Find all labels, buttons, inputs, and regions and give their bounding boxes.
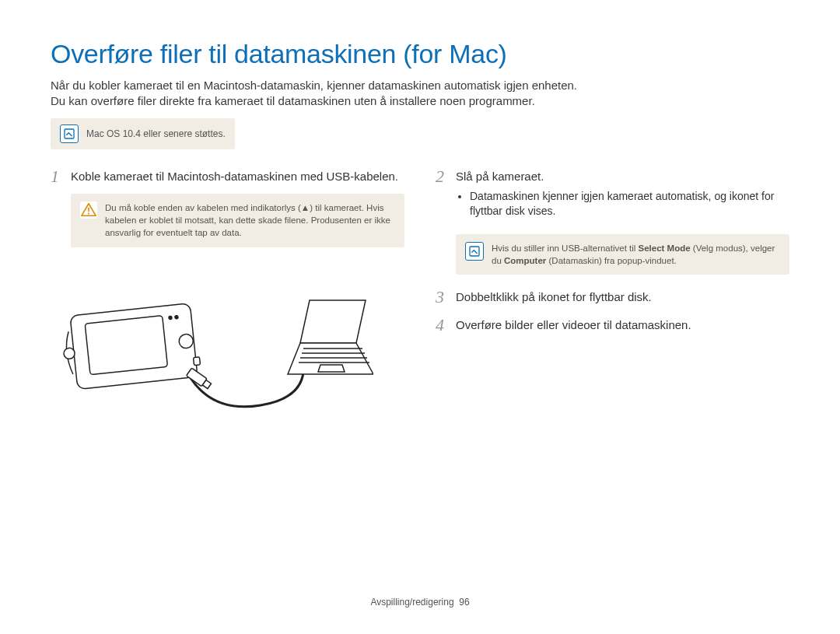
svg-point-8 bbox=[175, 315, 178, 318]
svg-rect-4 bbox=[85, 315, 167, 374]
right-column: 2 Slå på kameraet. Datamaskinen kjenner … bbox=[436, 166, 789, 425]
footer-page-number: 96 bbox=[459, 597, 469, 608]
intro-line-2: Du kan overføre filer direkte fra kamera… bbox=[51, 94, 789, 107]
svg-point-2 bbox=[88, 213, 89, 215]
info-bold-computer: Computer bbox=[504, 256, 546, 265]
step-2-bullet: Datamaskinen kjenner igjen kameraet auto… bbox=[470, 189, 789, 219]
page-footer: Avspilling/redigering 96 bbox=[0, 597, 840, 608]
intro-line-1: Når du kobler kameraet til en Macintosh-… bbox=[51, 79, 789, 92]
page-title: Overføre filer til datamaskinen (for Mac… bbox=[51, 39, 789, 69]
note-icon bbox=[465, 242, 484, 261]
usb-connection-illustration bbox=[54, 269, 404, 425]
footer-section: Avspilling/redigering bbox=[370, 597, 453, 608]
note-icon bbox=[60, 124, 79, 143]
step-number: 1 bbox=[51, 166, 71, 186]
svg-point-7 bbox=[169, 316, 172, 319]
usb-mode-info-box: Hvis du stiller inn USB-alternativet til… bbox=[456, 234, 789, 275]
svg-point-6 bbox=[63, 347, 75, 359]
left-column: 1 Koble kameraet til Macintosh-datamaski… bbox=[51, 166, 404, 425]
usb-mode-info-text: Hvis du stiller inn USB-alternativet til… bbox=[492, 242, 780, 267]
step-4: 4 Overføre bilder eller videoer til data… bbox=[436, 315, 789, 335]
info-post: (Datamaskin) fra popup-vinduet. bbox=[546, 256, 676, 265]
warning-box: Du må koble enden av kabelen med indikat… bbox=[71, 194, 404, 247]
step-3-text: Dobbeltklikk på ikonet for flyttbar disk… bbox=[456, 287, 789, 306]
step-number: 4 bbox=[436, 315, 456, 335]
warning-icon bbox=[80, 201, 97, 219]
step-number: 2 bbox=[436, 166, 456, 226]
step-3: 3 Dobbeltklikk på ikonet for flyttbar di… bbox=[436, 287, 789, 306]
step-1: 1 Koble kameraet til Macintosh-datamaski… bbox=[51, 166, 404, 186]
step-1-text: Koble kameraet til Macintosh-datamaskine… bbox=[71, 166, 404, 186]
step-2-text: Slå på kameraet. bbox=[456, 170, 544, 183]
info-pre: Hvis du stiller inn USB-alternativet til bbox=[492, 243, 639, 253]
svg-rect-9 bbox=[193, 356, 200, 365]
step-number: 3 bbox=[436, 287, 456, 306]
step-4-text: Overføre bilder eller videoer til datama… bbox=[456, 315, 789, 335]
info-bold-select-mode: Select Mode bbox=[639, 243, 691, 253]
step-2: 2 Slå på kameraet. Datamaskinen kjenner … bbox=[436, 166, 789, 226]
support-note-text: Mac OS 10.4 eller senere støttes. bbox=[86, 128, 226, 139]
warning-text: Du må koble enden av kabelen med indikat… bbox=[105, 201, 395, 239]
support-note-box: Mac OS 10.4 eller senere støttes. bbox=[51, 118, 235, 149]
